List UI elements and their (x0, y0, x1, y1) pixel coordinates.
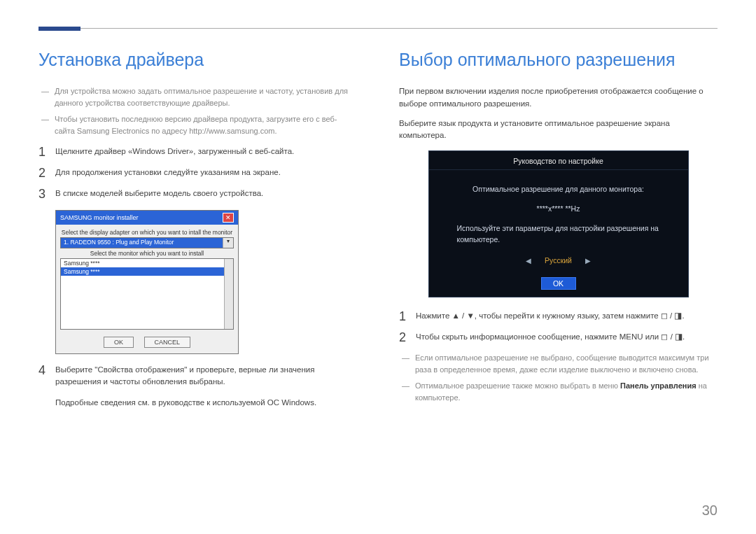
osd-line-2: Используйте эти параметры для настройки … (429, 219, 688, 250)
left-note-2-text: Чтобы установить последнюю версию драйве… (55, 113, 357, 137)
step-number: 1 (399, 310, 406, 323)
step-number: 1 (38, 146, 46, 158)
left-arrow-icon[interactable]: ◀ (526, 257, 531, 265)
scrollbar[interactable] (224, 259, 233, 329)
button-icon: ◨ (674, 311, 682, 320)
osd-resolution: ****x**** **Hz (429, 199, 688, 219)
left-step-2: 2 Для продолжения установки следуйте ука… (38, 167, 357, 179)
left-step-3: 3 В списке моделей выберите модель своег… (38, 188, 357, 200)
up-arrow-icon: ▲ (451, 311, 459, 320)
chevron-down-icon[interactable]: ▾ (223, 238, 233, 248)
right-step-1-text: Нажмите ▲ / ▼, чтобы перейти к нужному я… (416, 310, 685, 323)
osd-language-value: Русский (545, 256, 572, 265)
dash-icon: ― (402, 380, 410, 404)
right-note-1-text: Если оптимальное разрешение не выбрано, … (415, 352, 718, 376)
button-icon: ◨ (675, 332, 682, 341)
osd-language-selector[interactable]: ◀ Русский ▶ (429, 249, 688, 272)
right-intro-1: При первом включении изделия после приоб… (399, 85, 718, 111)
list-item-selected[interactable]: Samsung **** (61, 267, 233, 276)
osd-panel: Руководство по настройке Оптимальное раз… (428, 150, 689, 297)
list-item[interactable]: Samsung **** (61, 259, 233, 267)
installer-label-top: Select the display adapter on which you … (60, 227, 234, 237)
installer-label-mid: Select the monitor which you want to ins… (60, 248, 234, 258)
left-footnote: Подробные сведения см. в руководстве к и… (55, 397, 357, 409)
left-step-1-text: Щелкните драйвер «Windows Driver», загру… (55, 146, 294, 158)
down-arrow-icon: ▼ (466, 311, 474, 320)
step-number: 4 (38, 364, 46, 388)
installer-monitor-list[interactable]: Samsung **** Samsung **** (60, 258, 234, 330)
installer-titlebar: SAMSUNG monitor installer ✕ (56, 211, 238, 225)
osd-line-1: Оптимальное разрешение для данного монит… (429, 180, 688, 199)
panel-bold: Панель управления (620, 381, 696, 390)
cancel-button[interactable]: CANCEL (144, 337, 191, 348)
header-rule (38, 28, 718, 29)
step-number: 3 (38, 188, 46, 200)
step-number: 2 (38, 167, 46, 179)
right-intro-2: Выберите язык продукта и установите опти… (399, 118, 718, 143)
right-step-1: 1 Нажмите ▲ / ▼, чтобы перейти к нужному… (399, 310, 718, 323)
right-column: Выбор оптимального разрешения При первом… (399, 50, 718, 409)
right-note-1: ― Если оптимальное разрешение не выбрано… (399, 352, 718, 376)
left-heading: Установка драйвера (38, 50, 357, 70)
dash-icon: ― (41, 113, 49, 137)
header-accent (38, 27, 80, 31)
right-note-2: ― Оптимальное разрешение также можно выб… (399, 380, 718, 404)
button-icon: ◻ (661, 311, 668, 320)
left-column: Установка драйвера ― Для устройства можн… (38, 50, 357, 409)
button-icon: ◻ (661, 332, 668, 341)
installer-window: SAMSUNG monitor installer ✕ Select the d… (55, 210, 239, 354)
left-note-1-text: Для устройства можно задать оптимальное … (55, 85, 357, 109)
ok-button[interactable]: OK (104, 337, 134, 348)
left-step-3-text: В списке моделей выберите модель своего … (55, 188, 263, 200)
step-number: 2 (399, 331, 406, 344)
left-note-1: ― Для устройства можно задать оптимально… (38, 85, 357, 109)
installer-combo-text: 1. RADEON 9550 : Plug and Play Monitor (61, 238, 223, 248)
right-arrow-icon[interactable]: ▶ (585, 257, 591, 265)
left-step-4: 4 Выберите "Свойства отображения" и пров… (38, 364, 357, 388)
right-note-2-text: Оптимальное разрешение также можно выбра… (415, 380, 718, 404)
osd-ok-button[interactable]: OK (541, 277, 576, 290)
osd-title: Руководство по настройке (429, 151, 688, 170)
dash-icon: ― (41, 85, 49, 109)
dash-icon: ― (402, 352, 410, 376)
installer-adapter-combo[interactable]: 1. RADEON 9550 : Plug and Play Monitor ▾ (60, 237, 234, 248)
left-note-2: ― Чтобы установить последнюю версию драй… (38, 113, 357, 137)
close-icon[interactable]: ✕ (223, 213, 234, 223)
right-heading: Выбор оптимального разрешения (399, 50, 718, 70)
left-step-1: 1 Щелкните драйвер «Windows Driver», заг… (38, 146, 357, 158)
left-step-2-text: Для продолжения установки следуйте указа… (55, 167, 281, 179)
page-number: 30 (702, 503, 718, 519)
left-step-4-text: Выберите "Свойства отображения" и провер… (55, 364, 357, 388)
right-step-2-text: Чтобы скрыть информационное сообщение, н… (416, 331, 685, 344)
right-step-2: 2 Чтобы скрыть информационное сообщение,… (399, 331, 718, 344)
installer-title-text: SAMSUNG monitor installer (60, 214, 139, 221)
